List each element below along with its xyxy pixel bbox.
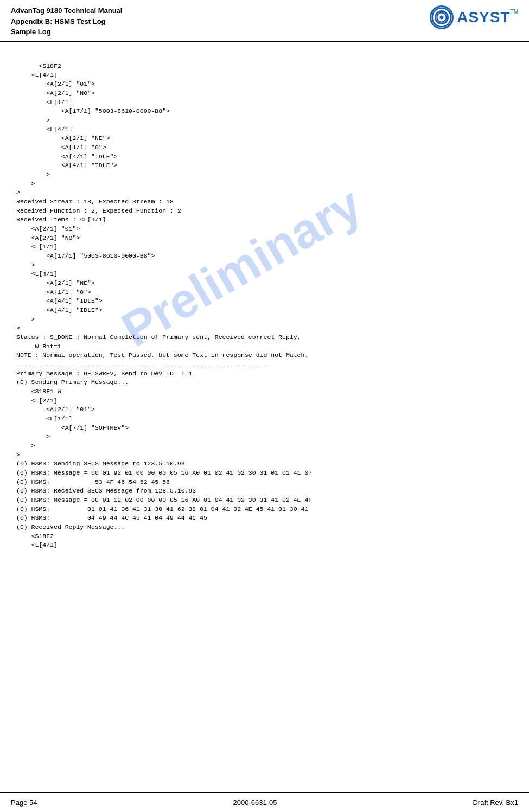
footer-page-number: Page 54 bbox=[11, 798, 37, 807]
svg-point-1 bbox=[437, 12, 447, 22]
footer-document-number: 2000-6631-05 bbox=[233, 798, 277, 807]
logo-name: ASYST bbox=[457, 9, 510, 26]
page-header: AdvanTag 9180 Technical Manual Appendix … bbox=[0, 0, 529, 42]
svg-point-2 bbox=[440, 16, 444, 20]
header-line2: Appendix B: HSMS Test Log bbox=[11, 16, 122, 27]
header-title-block: AdvanTag 9180 Technical Manual Appendix … bbox=[11, 5, 122, 37]
logo-text-area: ASYST TM bbox=[457, 9, 518, 26]
logo-trademark: TM bbox=[511, 9, 518, 15]
page-footer: Page 54 2000-6631-05 Draft Rev. Bx1 bbox=[0, 792, 529, 812]
main-content: Preliminary <S18F2 <L[4/1] <A[2/1] "01">… bbox=[0, 42, 529, 572]
code-text: <S18F2 <L[4/1] <A[2/1] "01"> <A[2/1] "NO… bbox=[16, 62, 312, 549]
logo-circle-icon bbox=[430, 5, 454, 29]
header-line3: Sample Log bbox=[11, 27, 122, 37]
svg-point-0 bbox=[432, 8, 451, 27]
asyst-logo: ASYST TM bbox=[430, 5, 518, 29]
logo-area: ASYST TM bbox=[430, 5, 518, 29]
logo-svg bbox=[431, 5, 452, 29]
footer-revision: Draft Rev. Bx1 bbox=[473, 798, 518, 807]
header-line1: AdvanTag 9180 Technical Manual bbox=[11, 5, 122, 16]
